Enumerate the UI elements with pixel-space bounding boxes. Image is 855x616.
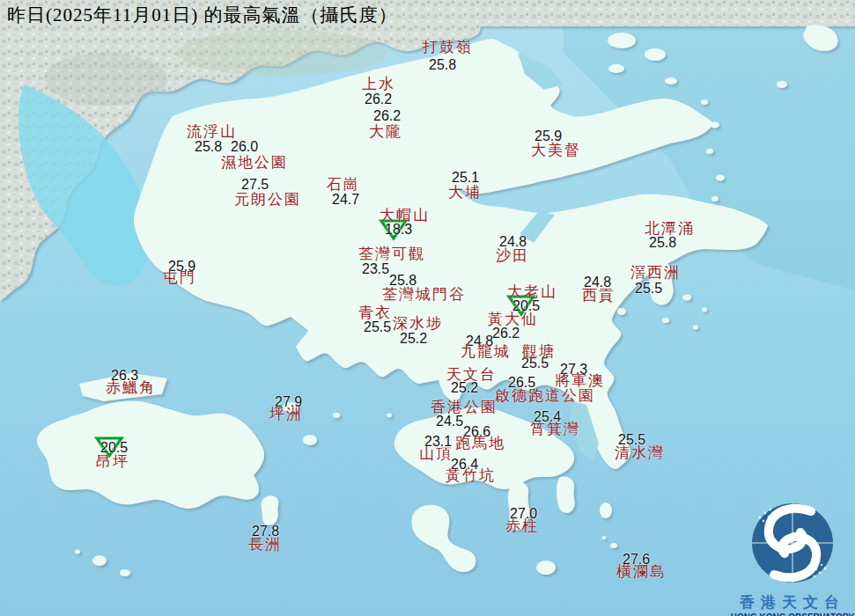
station-value: 25.5 — [364, 320, 391, 334]
station-name: 觀塘 — [522, 344, 556, 360]
station-name: 長洲 — [248, 537, 282, 553]
station-name: 沙田 — [496, 248, 529, 264]
station-name: 啟德跑道公園 — [495, 388, 595, 404]
station-name: 赤鱲角 — [106, 380, 156, 396]
station-name: 西貢 — [582, 288, 615, 304]
station-name: 昂坪 — [96, 454, 129, 470]
station-name: 荃灣城門谷 — [382, 287, 466, 303]
hko-logo-icon — [730, 498, 855, 588]
station-name: 橫瀾島 — [616, 564, 667, 580]
hko-logo: 香港天文台 HONG KONG OBSERVATORY — [730, 498, 855, 616]
station-name: 打鼓嶺 — [423, 40, 473, 55]
station-value: 25.2 — [451, 381, 478, 395]
station-value: 26.0 — [231, 140, 258, 154]
station-name: 香港公園 — [431, 400, 498, 415]
station-name: 青衣 — [358, 305, 392, 321]
station-name: 荃灣可觀 — [358, 246, 425, 262]
station-value: 25.5 — [635, 282, 662, 296]
station-value: 26.2 — [365, 92, 392, 106]
station-name: 赤柱 — [505, 518, 539, 534]
station-name: 天文台 — [446, 367, 497, 383]
station-name: 坪洲 — [269, 407, 303, 422]
station-name: 北潭涌 — [645, 221, 695, 237]
station-value: 18.3 — [385, 223, 412, 237]
hko-logo-english: HONG KONG OBSERVATORY — [730, 612, 855, 616]
station-name: 深水埗 — [393, 316, 443, 332]
station-name: 黃竹坑 — [446, 468, 496, 484]
station-name: 滘西洲 — [630, 265, 681, 281]
station-name: 筲箕灣 — [530, 422, 580, 437]
station-name: 清水灣 — [615, 445, 665, 461]
station-name: 上水 — [362, 77, 395, 92]
station-name: 大帽山 — [380, 208, 430, 224]
station-name: 大埔 — [448, 185, 482, 201]
station-value: 25.8 — [429, 58, 456, 72]
station-value: 24.5 — [436, 414, 463, 429]
station-value: 23.5 — [362, 262, 389, 276]
station-name: 大隴 — [369, 124, 402, 140]
station-value: 26.2 — [492, 326, 520, 341]
station-name: 元朗公園 — [234, 192, 301, 208]
station-name: 黃大仙 — [488, 312, 538, 327]
station-value: 25.2 — [400, 332, 427, 346]
station-name: 跑馬地 — [455, 436, 505, 451]
station-name: 山頂 — [419, 446, 453, 462]
station-name: 石崗 — [327, 177, 360, 193]
station-value: 25.8 — [195, 140, 222, 154]
weather-map: 昨日(2025年11月01日) 的最高氣溫（攝氏度） 25.8打鼓嶺26.2上水… — [0, 0, 855, 616]
station-value: 26.2 — [373, 109, 401, 123]
station-value: 25.8 — [649, 236, 676, 250]
station-name: 濕地公園 — [221, 155, 288, 171]
stations-layer: 25.8打鼓嶺26.2上水26.2大隴25.8流浮山26.0濕地公園27.5元朗… — [0, 0, 855, 616]
station-name: 屯門 — [163, 270, 196, 286]
station-name: 大美督 — [531, 143, 581, 158]
station-name: 九龍城 — [461, 344, 511, 360]
station-name: 大老山 — [507, 284, 557, 300]
station-value: 25.1 — [452, 171, 479, 185]
station-name: 流浮山 — [187, 124, 237, 140]
station-value: 27.5 — [241, 178, 269, 192]
hko-logo-chinese: 香港天文台 — [730, 592, 855, 612]
station-value: 24.7 — [332, 193, 359, 207]
